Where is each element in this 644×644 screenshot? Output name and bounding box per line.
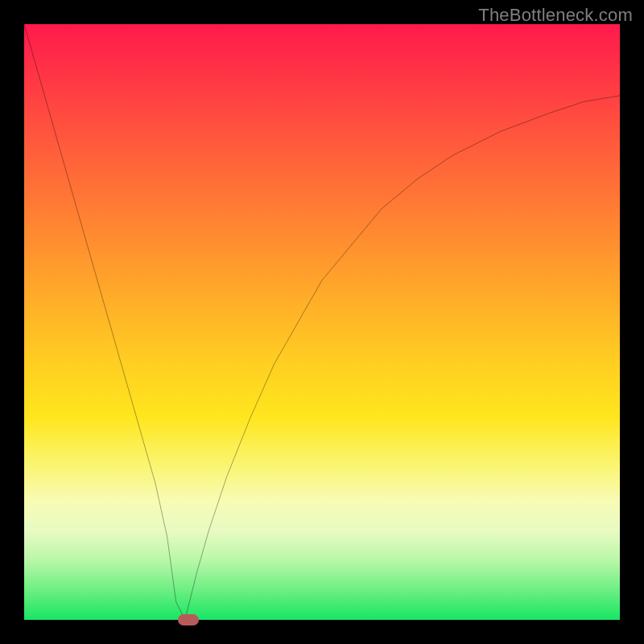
- plot-area: [24, 24, 620, 620]
- minimum-marker: [178, 614, 199, 625]
- bottleneck-curve: [24, 24, 620, 620]
- chart-frame: TheBottleneck.com: [0, 0, 644, 644]
- watermark-text: TheBottleneck.com: [478, 5, 633, 26]
